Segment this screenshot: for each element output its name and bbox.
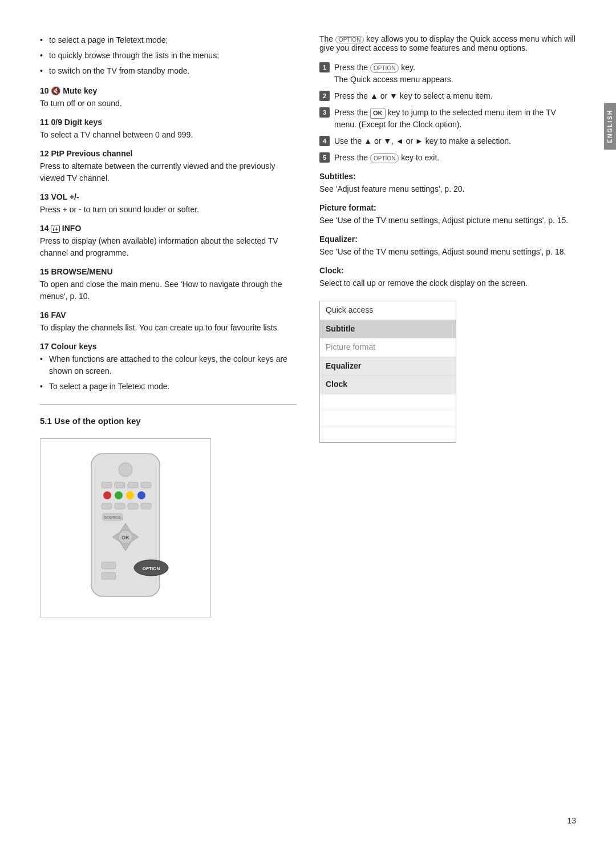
section-13-body: Press + or - to turn on sound louder or … xyxy=(40,204,297,216)
svg-point-7 xyxy=(115,491,123,499)
clock-body: Select to call up or remove the clock di… xyxy=(319,277,576,289)
subtitles-body: See 'Adjust feature menu settings', p. 2… xyxy=(319,183,576,195)
bullet-2: to quickly browse through the lists in t… xyxy=(40,50,297,62)
side-tab: ENGLISH xyxy=(604,103,616,150)
remote-svg: SOURCE OK OPTION xyxy=(57,448,194,608)
section-13-title: VOL +/- xyxy=(51,192,79,201)
step-1: 1 Press the OPTION key. The Quick access… xyxy=(319,62,576,86)
remote-illustration: SOURCE OK OPTION xyxy=(40,438,211,617)
svg-rect-5 xyxy=(141,482,151,488)
section-16-heading: 16 FAV xyxy=(40,310,297,320)
page-container: ENGLISH to select a page in Teletext mod… xyxy=(0,0,616,848)
bullet-1: to select a page in Teletext mode; xyxy=(40,34,297,46)
right-intro: The OPTION key allows you to display the… xyxy=(319,34,576,53)
section-13: 13 VOL +/- Press + or - to turn on sound… xyxy=(40,192,297,216)
subsection-subtitles: Subtitles: See 'Adjust feature menu sett… xyxy=(319,172,576,195)
section-12-title: PtP Previous channel xyxy=(51,149,132,158)
main-content: to select a page in Teletext mode; to qu… xyxy=(40,34,576,619)
page-number: 13 xyxy=(567,816,576,825)
section-14: 14 i+ INFO Press to display (when availa… xyxy=(40,224,297,259)
qa-row-empty-2 xyxy=(320,410,456,426)
svg-rect-12 xyxy=(128,503,138,509)
right-column: The OPTION key allows you to display the… xyxy=(319,34,576,619)
svg-rect-4 xyxy=(128,482,138,488)
picture-heading: Picture format: xyxy=(319,203,576,212)
equalizer-body: See 'Use of the TV menu settings, Adjust… xyxy=(319,246,576,258)
svg-text:OK: OK xyxy=(121,535,129,540)
section-17-bullet-2: To select a page in Teletext mode. xyxy=(40,381,297,393)
qa-clock-label: Clock xyxy=(326,379,347,389)
section-5-1-num: 5.1 xyxy=(40,416,52,426)
svg-rect-24 xyxy=(102,562,116,569)
section-5-1: 5.1 Use of the option key xyxy=(40,416,297,426)
section-15-num: 15 xyxy=(40,267,49,276)
qa-equalizer-label: Equalizer xyxy=(326,361,361,370)
step-2-num: 2 xyxy=(319,91,330,101)
qa-row-header: Quick access xyxy=(320,301,456,320)
section-17-heading: 17 Colour keys xyxy=(40,342,297,351)
qa-row-subtitle: Subtitle xyxy=(320,320,456,339)
qa-header-label: Quick access xyxy=(326,305,373,314)
step-1-sub: The Quick access menu appears. xyxy=(334,75,453,84)
section-15-heading: 15 BROWSE/MENU xyxy=(40,267,297,276)
option-badge-step5: OPTION xyxy=(370,154,399,163)
bullet-3: to switch on the TV from standby mode. xyxy=(40,65,297,77)
svg-rect-25 xyxy=(102,572,116,579)
section-14-heading: 14 i+ INFO xyxy=(40,224,297,233)
intro-bullets: to select a page in Teletext mode; to qu… xyxy=(40,34,297,77)
section-13-heading: 13 VOL +/- xyxy=(40,192,297,201)
qa-row-picture: Picture format xyxy=(320,338,456,357)
qa-row-empty-1 xyxy=(320,394,456,410)
option-badge-step1: OPTION xyxy=(370,63,399,73)
section-5-1-title: Use of the option key xyxy=(54,416,141,426)
svg-point-1 xyxy=(119,463,132,477)
qa-row-equalizer: Equalizer xyxy=(320,357,456,376)
section-11-num: 11 xyxy=(40,118,49,127)
section-12-num: 12 xyxy=(40,149,49,158)
step-2-content: Press the ▲ or ▼ key to select a menu it… xyxy=(334,90,576,102)
svg-point-8 xyxy=(126,491,134,499)
section-10-body: To turn off or on sound. xyxy=(40,98,297,110)
section-16-title: FAV xyxy=(51,310,66,320)
svg-rect-11 xyxy=(115,503,125,509)
section-15-title: BROWSE/MENU xyxy=(51,267,112,276)
subsection-equalizer: Equalizer: See 'Use of the TV menu setti… xyxy=(319,235,576,258)
section-11-body: To select a TV channel between 0 and 999… xyxy=(40,129,297,141)
svg-rect-2 xyxy=(102,482,112,488)
quick-access-menu: Quick access Subtitle Picture format Equ… xyxy=(319,301,456,443)
section-16: 16 FAV To display the channels list. You… xyxy=(40,310,297,334)
subsection-clock: Clock: Select to call up or remove the c… xyxy=(319,266,576,289)
clock-heading: Clock: xyxy=(319,266,576,275)
svg-rect-3 xyxy=(115,482,125,488)
svg-point-9 xyxy=(137,491,145,499)
section-14-title: INFO xyxy=(62,224,81,233)
section-10-heading: 10 🔇 Mute key xyxy=(40,86,297,95)
section-14-num: 14 xyxy=(40,224,49,233)
section-17-title: Colour keys xyxy=(51,342,96,351)
section-11: 11 0/9 Digit keys To select a TV channel… xyxy=(40,118,297,141)
equalizer-heading: Equalizer: xyxy=(319,235,576,244)
step-5-num: 5 xyxy=(319,152,330,163)
subsection-picture: Picture format: See 'Use of the TV menu … xyxy=(319,203,576,227)
section-17-bullets: When functions are attached to the colou… xyxy=(40,353,297,393)
qa-subtitle-label: Subtitle xyxy=(326,324,355,333)
section-17-bullet-1: When functions are attached to the colou… xyxy=(40,353,297,377)
section-17: 17 Colour keys When functions are attach… xyxy=(40,342,297,393)
section-11-title: 0/9 Digit keys xyxy=(51,118,102,127)
qa-row-clock: Clock xyxy=(320,375,456,394)
qa-picture-label: Picture format xyxy=(326,342,375,352)
option-badge-intro: OPTION xyxy=(335,36,364,43)
subtitles-heading: Subtitles: xyxy=(319,172,576,181)
svg-text:SOURCE: SOURCE xyxy=(104,515,121,519)
svg-rect-10 xyxy=(102,503,112,509)
svg-point-6 xyxy=(103,491,111,499)
svg-text:OPTION: OPTION xyxy=(143,566,160,571)
section-15-body: To open and close the main menu. See 'Ho… xyxy=(40,278,297,302)
step-4: 4 Use the ▲ or ▼, ◄ or ► key to make a s… xyxy=(319,135,576,147)
step-2: 2 Press the ▲ or ▼ key to select a menu … xyxy=(319,90,576,102)
section-10-num: 10 xyxy=(40,86,49,95)
steps-list: 1 Press the OPTION key. The Quick access… xyxy=(319,62,576,164)
section-10-title: Mute key xyxy=(63,86,97,95)
step-4-content: Use the ▲ or ▼, ◄ or ► key to make a sel… xyxy=(334,135,576,147)
section-17-num: 17 xyxy=(40,342,49,351)
